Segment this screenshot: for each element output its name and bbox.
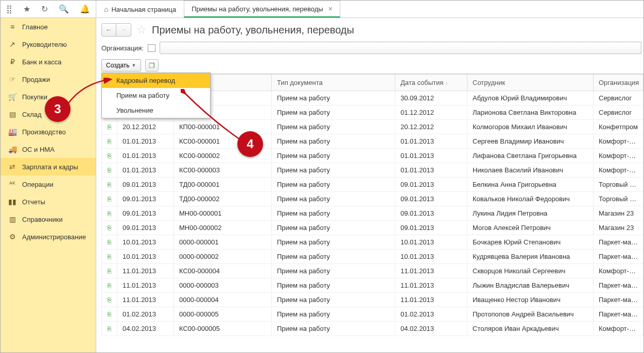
- sidebar-item-0[interactable]: ≡Главное: [1, 18, 96, 36]
- dropdown-item-0[interactable]: Кадровый перевод: [102, 73, 210, 88]
- table-row[interactable]: ⎘10.01.20130000-000001Прием на работу10.…: [102, 235, 643, 250]
- sidebar-item-6[interactable]: 🏭Производство: [1, 123, 96, 140]
- star-icon[interactable]: ★: [23, 4, 30, 14]
- back-button[interactable]: ←: [102, 24, 116, 36]
- cell-type: Прием на работу: [272, 278, 395, 293]
- cart-icon: 🛒: [8, 93, 17, 101]
- sidebar-item-label: Покупки: [22, 93, 47, 101]
- sidebar-item-1[interactable]: ↗Руководителю: [1, 36, 96, 53]
- page-title: Приемы на работу, увольнения, переводы: [152, 24, 354, 36]
- cell-event-date: 20.12.2012: [395, 120, 467, 134]
- document-ok-icon: ⎘: [108, 210, 111, 217]
- sidebar-item-7[interactable]: 🚚ОС и НМА: [1, 140, 96, 158]
- cell-event-date: 09.01.2013: [395, 206, 467, 221]
- sidebar-item-label: Отчеты: [22, 198, 45, 206]
- cell-employee: Колмогоров Михаил Иванович: [467, 120, 594, 134]
- cell-type: Прием на работу: [272, 264, 395, 278]
- org-input[interactable]: [160, 42, 641, 54]
- history-icon[interactable]: ↻: [41, 4, 48, 14]
- favorite-star-icon[interactable]: ☆: [136, 23, 147, 37]
- cell-type: Прием на работу: [272, 293, 395, 307]
- sidebar-item-8[interactable]: ⇄Зарплата и кадры: [1, 158, 96, 175]
- chart-icon: ↗: [8, 40, 17, 48]
- column-header-4[interactable]: Дата события↓: [395, 75, 467, 91]
- sidebar-item-9[interactable]: ᴬᴷОперации: [1, 175, 96, 193]
- cell-employee: Протопопов Андрей Васильевич: [467, 307, 594, 322]
- cell-org: Комфорт-серви: [594, 264, 643, 278]
- table-row[interactable]: ⎘10.01.20130000-000002Прием на работу10.…: [102, 250, 643, 264]
- table-row[interactable]: ⎘01.01.2013КС00-000001Прием на работу01.…: [102, 134, 643, 149]
- sidebar-item-12[interactable]: ⚙Администрирование: [1, 228, 96, 245]
- cell-date: 10.01.2013: [117, 235, 174, 250]
- cell-event-date: 11.01.2013: [395, 293, 467, 307]
- cell-event-date: 09.01.2013: [395, 221, 467, 235]
- table-row[interactable]: ⎘09.01.2013МН00-000001Прием на работу09.…: [102, 206, 643, 221]
- cell-org: Паркет-мастер: [594, 307, 643, 322]
- table-row[interactable]: ⎘20.12.2012КП00-000001Прием на работу20.…: [102, 120, 643, 134]
- cell-type: Прием на работу: [272, 192, 395, 206]
- tab-hirings[interactable]: Приемы на работу, увольнения, переводы ×: [184, 1, 340, 17]
- dropdown-item-1[interactable]: Прием на работу: [102, 88, 210, 103]
- cell-number: ТД00-000001: [174, 178, 272, 192]
- table-row[interactable]: ⎘09.01.2013ТД00-000002Прием на работу09.…: [102, 192, 643, 206]
- bars-icon: ▮▮: [8, 198, 17, 206]
- cell-org: Магазин 23: [594, 206, 643, 221]
- search-icon[interactable]: 🔍: [59, 4, 69, 14]
- document-ok-icon: ⎘: [108, 138, 111, 145]
- table-row[interactable]: ⎘01.02.20130000-000005Прием на работу01.…: [102, 307, 643, 322]
- cell-date: 11.01.2013: [117, 293, 174, 307]
- cell-number: КС00-000005: [174, 322, 272, 336]
- factory-icon: 🏭: [8, 128, 17, 136]
- sidebar-item-11[interactable]: ▥Справочники: [1, 210, 96, 228]
- table-row[interactable]: ⎘01.01.2013КС00-000003Прием на работу01.…: [102, 163, 643, 178]
- nav-buttons: ← →: [101, 23, 131, 37]
- sidebar-item-label: Справочники: [22, 216, 63, 223]
- copy-button[interactable]: ❐: [145, 59, 159, 72]
- callout-3: 3: [45, 96, 71, 122]
- cell-employee: Кудрявцева Валерия Ивановна: [467, 250, 594, 264]
- menu-icon: ≡: [8, 23, 17, 31]
- document-ok-icon: ⎘: [108, 239, 111, 246]
- cell-type: Прием на работу: [272, 307, 395, 322]
- cell-event-date: 09.01.2013: [395, 178, 467, 192]
- sidebar-item-10[interactable]: ▮▮Отчеты: [1, 193, 96, 210]
- forward-button[interactable]: →: [116, 24, 131, 36]
- caret-down-icon: ▼: [132, 63, 136, 68]
- cell-date: 11.01.2013: [117, 278, 174, 293]
- table-row[interactable]: ⎘11.01.20130000-000003Прием на работу11.…: [102, 278, 643, 293]
- table-row[interactable]: ⎘09.01.2013МН00-000002Прием на работу09.…: [102, 221, 643, 235]
- column-header-3[interactable]: Тип документа: [272, 75, 395, 91]
- sidebar-item-3[interactable]: ☞Продажи: [1, 70, 96, 88]
- table-row[interactable]: ⎘09.01.2013ТД00-000001Прием на работу09.…: [102, 178, 643, 192]
- table-row[interactable]: ⎘01.01.2013КС00-000002Прием на работу01.…: [102, 149, 643, 163]
- top-toolbar: ⣿ ★ ↻ 🔍 🔔 ⌂ Начальная страница Приемы на…: [1, 1, 643, 18]
- table-row[interactable]: ⎘11.01.20130000-000004Прием на работу11.…: [102, 293, 643, 307]
- tab-home-label: Начальная страница: [111, 6, 176, 13]
- create-button[interactable]: Создать ▼: [101, 59, 141, 72]
- sidebar-item-2[interactable]: ₽Банк и касса: [1, 53, 96, 70]
- cell-employee: Иващенко Нестор Иванович: [467, 293, 594, 307]
- table-row[interactable]: ⎘11.01.2013КС00-000004Прием на работу11.…: [102, 264, 643, 278]
- cell-employee: Ларионова Светлана Викторовна: [467, 105, 594, 120]
- table-row[interactable]: ⎘04.02.2013КС00-000005Прием на работу04.…: [102, 322, 643, 336]
- tab-home[interactable]: ⌂ Начальная страница: [96, 1, 184, 17]
- cell-org: Паркет-мастер: [594, 293, 643, 307]
- sidebar-item-label: Операции: [22, 181, 54, 188]
- truck-icon: 🚚: [8, 145, 17, 153]
- cell-type: Прием на работу: [272, 178, 395, 192]
- cell-employee: Абдулов Юрий Владимирович: [467, 91, 594, 105]
- column-header-6[interactable]: Организация: [594, 75, 643, 91]
- org-checkbox[interactable]: [148, 44, 155, 52]
- cell-date: 04.02.2013: [117, 322, 174, 336]
- cell-event-date: 10.01.2013: [395, 250, 467, 264]
- cell-number: КС00-000004: [174, 264, 272, 278]
- apps-icon[interactable]: ⣿: [6, 4, 12, 14]
- close-icon[interactable]: ×: [328, 5, 333, 13]
- cell-date: 01.01.2013: [117, 163, 174, 178]
- cell-org: Магазин 23: [594, 221, 643, 235]
- column-header-5[interactable]: Сотрудник: [467, 75, 594, 91]
- bell-icon[interactable]: 🔔: [80, 4, 90, 14]
- cell-employee: Белкина Анна Григорьевна: [467, 178, 594, 192]
- dropdown-item-2[interactable]: Увольнение: [102, 103, 210, 118]
- cell-event-date: 01.01.2013: [395, 149, 467, 163]
